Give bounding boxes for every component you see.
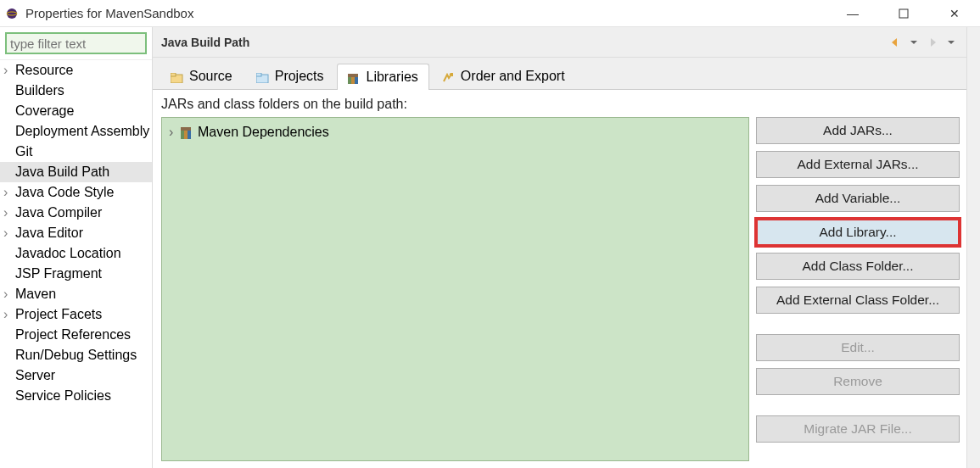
filter-input[interactable]	[5, 32, 147, 54]
window-controls: — ✕	[837, 3, 970, 24]
svg-point-0	[7, 8, 17, 19]
back-menu-icon[interactable]	[907, 36, 921, 49]
tab-label: Source	[189, 69, 232, 84]
sidebar-item-jsp-fragment[interactable]: JSP Fragment	[0, 264, 152, 284]
main-panel: Java Build Path SourceProjectsLibrariesO…	[153, 27, 966, 468]
add-library-button[interactable]: Add Library...	[756, 219, 960, 246]
tab-libraries[interactable]: Libraries	[337, 64, 429, 90]
svg-rect-12	[184, 131, 188, 139]
tab-label: Order and Export	[461, 69, 565, 84]
svg-rect-2	[899, 9, 908, 18]
svg-rect-13	[188, 131, 191, 139]
sidebar-item-maven[interactable]: Maven	[0, 284, 152, 304]
sidebar-item-run-debug-settings[interactable]: Run/Debug Settings	[0, 345, 152, 365]
page-title: Java Build Path	[161, 36, 888, 49]
svg-rect-4	[171, 73, 176, 76]
forward-menu-icon[interactable]	[944, 36, 958, 49]
back-icon[interactable]	[888, 36, 902, 49]
tab-icon	[442, 71, 456, 81]
section-description: JARs and class folders on the build path…	[161, 97, 960, 112]
category-tree[interactable]: ResourceBuildersCoverageDeployment Assem…	[0, 60, 152, 468]
add-variable-button[interactable]: Add Variable...	[756, 185, 960, 212]
sidebar-item-resource[interactable]: Resource	[0, 60, 152, 81]
sidebar-item-service-policies[interactable]: Service Policies	[0, 386, 152, 406]
maximize-button[interactable]	[888, 3, 919, 24]
button-column: Add JARs... Add External JARs... Add Var…	[756, 117, 960, 461]
sidebar: ResourceBuildersCoverageDeployment Assem…	[0, 27, 153, 468]
tab-icon	[256, 71, 270, 81]
add-external-jars-button[interactable]: Add External JARs...	[756, 151, 960, 178]
svg-rect-14	[181, 127, 191, 131]
sidebar-item-project-references[interactable]: Project References	[0, 325, 152, 345]
minimize-button[interactable]: —	[837, 3, 868, 24]
tab-icon	[171, 71, 184, 81]
sidebar-item-server[interactable]: Server	[0, 365, 152, 386]
add-jars-button[interactable]: Add JARs...	[756, 117, 960, 144]
svg-rect-11	[181, 131, 184, 139]
add-external-class-folder-button[interactable]: Add External Class Folder...	[756, 287, 960, 314]
sidebar-item-git[interactable]: Git	[0, 142, 152, 162]
eclipse-icon	[5, 7, 19, 20]
migrate-jar-button[interactable]: Migrate JAR File...	[756, 415, 960, 443]
forward-icon[interactable]	[926, 36, 939, 49]
tab-order-and-export[interactable]: Order and Export	[431, 63, 576, 89]
jars-tree[interactable]: Maven Dependencies	[161, 117, 749, 461]
tab-projects[interactable]: Projects	[245, 63, 335, 89]
sidebar-item-project-facets[interactable]: Project Facets	[0, 304, 152, 325]
sidebar-item-java-editor[interactable]: Java Editor	[0, 223, 152, 243]
remove-button[interactable]: Remove	[756, 368, 960, 395]
svg-rect-6	[256, 73, 261, 76]
titlebar: Properties for MavenSandbox — ✕	[0, 0, 980, 27]
svg-rect-9	[355, 77, 358, 84]
tab-bar: SourceProjectsLibrariesOrder and Export	[153, 58, 966, 90]
vertical-scrollbar[interactable]	[966, 27, 980, 468]
add-class-folder-button[interactable]: Add Class Folder...	[756, 253, 960, 280]
sidebar-item-coverage[interactable]: Coverage	[0, 101, 152, 121]
svg-rect-8	[351, 77, 355, 84]
svg-rect-10	[348, 74, 358, 77]
sidebar-item-java-compiler[interactable]: Java Compiler	[0, 203, 152, 223]
sidebar-item-java-build-path[interactable]: Java Build Path	[0, 162, 152, 182]
svg-rect-7	[348, 77, 351, 84]
jars-tree-node-label: Maven Dependencies	[198, 125, 329, 139]
tab-label: Projects	[275, 69, 324, 84]
window-title: Properties for MavenSandbox	[25, 6, 837, 20]
sidebar-item-builders[interactable]: Builders	[0, 81, 152, 101]
close-button[interactable]: ✕	[939, 3, 970, 24]
jars-tree-node[interactable]: Maven Dependencies	[167, 123, 743, 142]
sidebar-item-javadoc-location[interactable]: Javadoc Location	[0, 243, 152, 264]
library-icon	[181, 127, 194, 139]
sidebar-item-java-code-style[interactable]: Java Code Style	[0, 182, 152, 203]
tab-label: Libraries	[367, 70, 418, 85]
tab-source[interactable]: Source	[160, 63, 244, 89]
tab-icon	[348, 72, 361, 82]
edit-button[interactable]: Edit...	[756, 334, 960, 361]
sidebar-item-deployment-assembly[interactable]: Deployment Assembly	[0, 121, 152, 142]
